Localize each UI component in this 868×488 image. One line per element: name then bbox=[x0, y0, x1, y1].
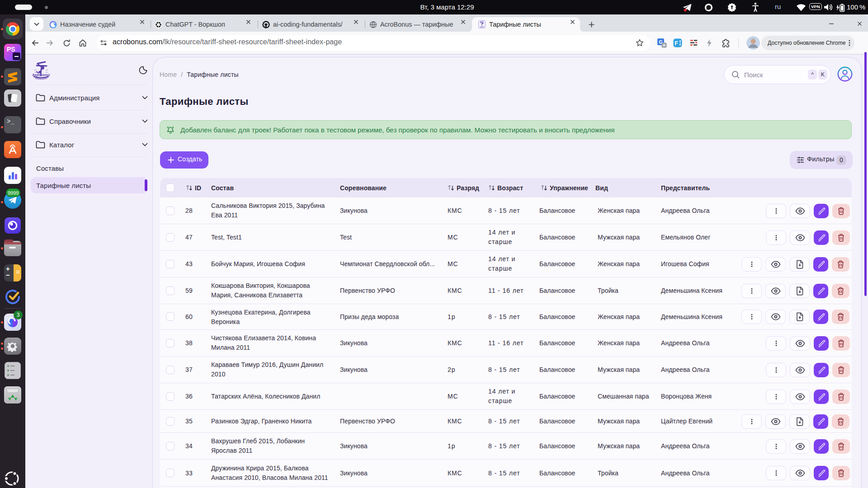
svg-text:F: F bbox=[675, 40, 678, 47]
svg-text:АкроБонус: АкроБонус bbox=[32, 73, 50, 77]
